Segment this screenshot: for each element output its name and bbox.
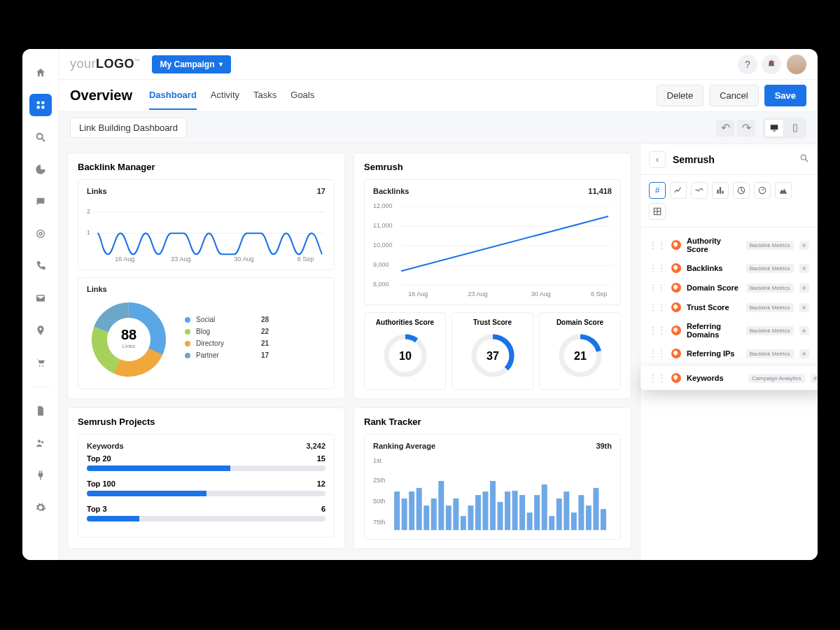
breadcrumb[interactable]: Link Building Dashboard (70, 118, 187, 138)
metric-tag: Campaign Analytics (748, 374, 804, 383)
svg-text:23 Aug: 23 Aug (468, 290, 487, 298)
svg-rect-80 (549, 517, 554, 531)
chat-icon[interactable] (29, 190, 52, 213)
metric-hash-icon: # (799, 284, 809, 293)
tab-tasks[interactable]: Tasks (253, 81, 276, 110)
links-count: 17 (317, 187, 326, 195)
tab-activity[interactable]: Activity (211, 81, 239, 110)
back-button[interactable]: ‹ (649, 151, 666, 168)
gear-icon[interactable] (29, 496, 52, 519)
save-button[interactable]: Save (764, 85, 806, 106)
drag-handle-icon[interactable]: ⋮⋮ (649, 326, 666, 335)
svg-text:25th: 25th (373, 477, 386, 484)
drag-handle-icon[interactable]: ⋮⋮ (649, 263, 666, 273)
phone-icon[interactable] (29, 255, 52, 277)
card-semrush: Semrush Backlinks 11,418 12,000 11,000 1… (354, 153, 631, 399)
metric-name: Trust Score (687, 303, 741, 312)
metric-hash-icon: # (799, 303, 809, 312)
title-bar: Overview Dashboard Activity Tasks Goals … (59, 80, 818, 112)
chart-type-gauge-icon[interactable] (754, 182, 771, 199)
svg-rect-82 (564, 492, 569, 531)
chart-type-number-icon[interactable]: # (649, 182, 666, 199)
metric-row[interactable]: ⋮⋮Authority ScoreBacklink Metrics# (649, 232, 809, 258)
metric-row[interactable]: ⋮⋮Referring IPsBacklink Metrics# (649, 344, 809, 363)
undo-icon[interactable]: ↶ (716, 120, 734, 136)
metric-name: Referring Domains (687, 322, 741, 339)
bell-icon[interactable] (762, 55, 781, 74)
svg-rect-69 (468, 506, 473, 531)
metric-name: Keywords (687, 374, 743, 382)
search-icon[interactable] (29, 126, 52, 148)
svg-rect-86 (593, 489, 598, 531)
avatar[interactable] (787, 55, 806, 74)
svg-rect-65 (438, 482, 444, 531)
svg-text:2: 2 (87, 208, 90, 215)
redo-icon[interactable]: ↷ (737, 120, 755, 136)
svg-line-89 (806, 160, 808, 162)
svg-text:9,000: 9,000 (373, 261, 389, 268)
pie-icon[interactable] (29, 158, 52, 181)
svg-rect-63 (424, 506, 429, 531)
svg-rect-66 (446, 506, 451, 531)
card-backlink-manager: Backlink Manager Links 17 2 1 16 Au (67, 153, 345, 399)
tab-goals[interactable]: Goals (290, 81, 314, 110)
drag-handle-icon[interactable]: ⋮⋮ (649, 240, 666, 250)
drag-handle-icon[interactable]: ⋮⋮ (649, 302, 666, 312)
svg-point-6 (36, 230, 44, 238)
metric-row[interactable]: ⋮⋮BacklinksBacklink Metrics# (649, 258, 809, 278)
chart-type-table-icon[interactable] (649, 203, 666, 220)
help-icon[interactable]: ? (738, 55, 757, 74)
svg-text:30 Aug: 30 Aug (234, 255, 254, 262)
semrush-icon (671, 326, 681, 335)
score-trust: Trust Score 37 (451, 312, 533, 390)
drag-handle-icon[interactable]: ⋮⋮ (649, 283, 666, 293)
svg-text:Links: Links (122, 343, 136, 349)
chart-type-pie-icon[interactable] (733, 182, 750, 199)
campaign-dropdown[interactable]: My Campaign (152, 55, 231, 74)
svg-text:1: 1 (87, 229, 90, 236)
drag-handle-icon[interactable]: ⋮⋮ (649, 373, 666, 383)
cart-icon[interactable] (29, 351, 52, 374)
svg-rect-16 (773, 130, 776, 131)
file-icon[interactable] (29, 400, 52, 422)
svg-text:16 Aug: 16 Aug (115, 255, 134, 262)
svg-point-12 (38, 440, 41, 442)
metric-tag: Backlink Metrics (746, 349, 794, 358)
home-icon[interactable] (29, 62, 52, 84)
svg-text:23 Aug: 23 Aug (171, 255, 190, 262)
metric-hash-icon: # (811, 374, 818, 383)
mobile-view-icon[interactable] (786, 120, 804, 136)
pin-icon[interactable] (29, 319, 52, 342)
svg-text:6 Sep: 6 Sep (298, 255, 314, 262)
chart-type-area-icon[interactable] (775, 182, 792, 199)
svg-rect-79 (542, 485, 547, 531)
desktop-view-icon[interactable] (765, 120, 783, 136)
tab-dashboard[interactable]: Dashboard (149, 81, 197, 110)
side-search-icon[interactable] (799, 153, 809, 165)
top-bar: yourLOGO™ My Campaign ? (59, 49, 818, 80)
metric-row[interactable]: ⋮⋮Domain ScoreBacklink Metrics# (649, 278, 809, 298)
chart-type-spark-icon[interactable] (691, 182, 708, 199)
svg-text:37: 37 (486, 350, 498, 363)
score-authorities: Authorities Score 10 (364, 312, 446, 390)
users-icon[interactable] (29, 432, 52, 454)
target-icon[interactable] (29, 223, 52, 245)
svg-point-10 (38, 365, 40, 367)
drag-handle-icon[interactable]: ⋮⋮ (649, 349, 666, 358)
links-donut-chart: 88 Links (87, 298, 171, 382)
mail-icon[interactable] (29, 287, 52, 309)
apps-icon[interactable] (29, 94, 52, 116)
svg-rect-61 (409, 492, 414, 531)
plug-icon[interactable] (29, 464, 52, 486)
delete-button[interactable]: Delete (657, 85, 704, 106)
card-title: Backlink Manager (78, 162, 335, 172)
metric-row[interactable]: ⋮⋮Referring DomainsBacklink Metrics# (649, 317, 809, 344)
metric-row[interactable]: ⋮⋮Trust ScoreBacklink Metrics# (649, 298, 809, 317)
svg-line-5 (42, 139, 45, 141)
metric-row[interactable]: ⋮⋮KeywordsCampaign Analytics# (640, 366, 818, 390)
cancel-button[interactable]: Cancel (709, 85, 758, 106)
svg-rect-15 (771, 125, 778, 130)
svg-point-88 (801, 155, 806, 160)
chart-type-line-icon[interactable] (670, 182, 687, 199)
chart-type-bar-icon[interactable] (712, 182, 729, 199)
